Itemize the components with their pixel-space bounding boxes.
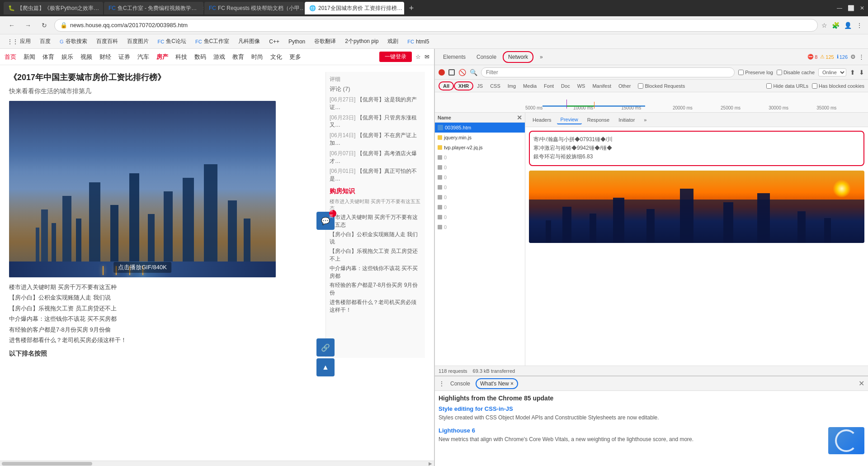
type-filter-other[interactable]: Other: [615, 82, 635, 90]
network-item-11[interactable]: 0: [435, 222, 525, 232]
forward-button[interactable]: →: [22, 19, 34, 32]
type-filter-img[interactable]: Img: [504, 82, 519, 90]
type-filter-manifest[interactable]: Manifest: [589, 82, 615, 90]
tab-4[interactable]: 🌐 2017全国城市房价 工资排行排榜… ✕: [305, 2, 404, 14]
type-filter-doc[interactable]: Doc: [557, 82, 574, 90]
url-bar[interactable]: 🔒 news.house.qq.com/a/20170702/003985.ht…: [54, 19, 818, 32]
network-item-4[interactable]: 0: [435, 152, 525, 162]
devtools-tab-more[interactable]: »: [535, 52, 547, 62]
nav-news[interactable]: 新闻: [24, 53, 35, 61]
bookmark-python[interactable]: Python: [285, 36, 309, 47]
bookmark-google[interactable]: G 谷歌搜索: [56, 36, 91, 47]
scroll-arrow[interactable]: ▶: [429, 461, 434, 466]
tab-2[interactable]: FC 鱼C工作室 - 免费编程视频教学… ✕: [104, 2, 203, 14]
profile-icon[interactable]: 👤: [844, 22, 852, 29]
has-blocked-cookies-checkbox[interactable]: [812, 83, 817, 89]
maximize-button[interactable]: ⬜: [848, 5, 854, 11]
minimize-button[interactable]: —: [837, 5, 842, 11]
bookmark-apps[interactable]: ⋮⋮ 应用: [4, 36, 34, 47]
link-float-button[interactable]: 🔗: [316, 338, 335, 357]
bookmark-fishc-bbs[interactable]: FC 鱼C论坛: [154, 36, 190, 47]
mail-icon[interactable]: ✉: [425, 53, 429, 60]
star-icon[interactable]: ☆: [821, 22, 827, 29]
settings-icon[interactable]: ⚙: [850, 53, 856, 60]
detail-tab-initiator[interactable]: Initiator: [615, 116, 638, 124]
back-button[interactable]: ←: [5, 19, 18, 32]
nav-stock[interactable]: 证券: [118, 53, 130, 61]
nav-culture[interactable]: 文化: [270, 53, 282, 61]
extensions-icon[interactable]: 🧩: [832, 22, 840, 29]
filter-icon[interactable]: 🚫: [458, 69, 466, 76]
tab-close-2[interactable]: ✕: [201, 5, 203, 11]
type-filter-css[interactable]: CSS: [486, 82, 504, 90]
reload-button[interactable]: ↻: [38, 19, 51, 32]
hide-data-url-checkbox[interactable]: [766, 83, 772, 89]
devtools-tab-elements[interactable]: Elements: [439, 52, 470, 62]
network-item-9[interactable]: 0: [435, 202, 525, 212]
tab-1[interactable]: 🐛 【爬虫篇】《极客Python之效率… ✕: [4, 2, 103, 14]
bookmark-baidu-baike[interactable]: 百度百科: [93, 36, 122, 47]
nav-more[interactable]: 更多: [289, 53, 301, 61]
console-tab-console[interactable]: Console: [447, 379, 474, 388]
network-item-7[interactable]: 0: [435, 182, 525, 192]
type-filter-all[interactable]: All: [439, 81, 454, 90]
menu-icon[interactable]: ⋮: [856, 22, 863, 29]
search-icon[interactable]: 🔍: [470, 69, 477, 76]
bookmark-fishc[interactable]: FC 鱼C工作室: [192, 36, 233, 47]
network-item-3[interactable]: tvp.player-v2.jq.js: [435, 143, 525, 152]
nav-ent[interactable]: 娱乐: [61, 53, 73, 61]
close-button[interactable]: ✕: [860, 5, 864, 11]
type-filter-ws[interactable]: WS: [574, 82, 589, 90]
type-filter-media[interactable]: Media: [519, 82, 540, 90]
bookmark-drama[interactable]: 戏剧: [384, 36, 402, 47]
close-panel-button[interactable]: ✕: [517, 114, 522, 121]
stop-button[interactable]: [448, 69, 455, 76]
detail-tab-response[interactable]: Response: [584, 116, 613, 124]
detail-tab-preview[interactable]: Preview: [557, 115, 582, 124]
network-item-2[interactable]: jquery.min.js: [435, 133, 525, 143]
throttle-select[interactable]: Online: [818, 68, 846, 76]
filter-input[interactable]: [481, 67, 735, 77]
preserve-log-checkbox[interactable]: [738, 70, 744, 75]
nav-finance[interactable]: 财经: [99, 53, 111, 61]
nav-edu[interactable]: 教育: [232, 53, 244, 61]
nav-digital[interactable]: 数码: [194, 53, 206, 61]
chat-float-button[interactable]: 💬 首页: [316, 212, 335, 230]
network-item-6[interactable]: 0: [435, 172, 525, 182]
nav-fashion[interactable]: 时尚: [251, 53, 263, 61]
nav-housing[interactable]: 房产: [156, 53, 168, 61]
network-item-5[interactable]: 0: [435, 162, 525, 172]
login-button[interactable]: 一键登录: [379, 52, 412, 62]
network-item-10[interactable]: 0: [435, 212, 525, 222]
nav-sports[interactable]: 体育: [42, 53, 54, 61]
new-tab-button[interactable]: +: [405, 2, 418, 14]
network-item-1[interactable]: 003985.htm: [435, 123, 525, 133]
devtools-tab-console[interactable]: Console: [472, 52, 501, 62]
bookmark-fanke[interactable]: 凡科图像: [235, 36, 264, 47]
console-tab-whatsnew[interactable]: What's New ×: [476, 378, 518, 389]
nav-games[interactable]: 游戏: [213, 53, 225, 61]
disable-cache-checkbox[interactable]: [777, 70, 782, 75]
console-close-button[interactable]: ✕: [859, 379, 864, 388]
devtools-more-icon[interactable]: ⋮: [859, 53, 864, 60]
nav-car[interactable]: 汽车: [137, 53, 149, 61]
top-float-button[interactable]: ▲: [316, 358, 335, 376]
bookmark-pip[interactable]: 2个python pip: [341, 36, 382, 47]
horizontal-scrollbar[interactable]: ▶: [0, 461, 434, 466]
type-filter-xhr[interactable]: XHR: [454, 81, 473, 90]
throttle-download-icon[interactable]: ⬇: [859, 69, 864, 76]
type-filter-js[interactable]: JS: [473, 82, 486, 90]
type-filter-font[interactable]: Font: [540, 82, 557, 90]
devtools-tab-network[interactable]: Network: [503, 51, 533, 63]
nav-video[interactable]: 视频: [80, 53, 92, 61]
bookmark-baidu-image[interactable]: 百度图片: [123, 36, 152, 47]
collect-icon[interactable]: ☆: [415, 53, 421, 60]
nav-tech[interactable]: 科技: [175, 53, 187, 61]
network-item-8[interactable]: 0: [435, 192, 525, 202]
devtools-menu-icon[interactable]: ⋮: [439, 380, 445, 387]
bookmark-html5[interactable]: FC html5: [404, 36, 433, 47]
bookmark-translate[interactable]: 谷歌翻译: [311, 36, 340, 47]
tab-3[interactable]: FC FC Requests 模块帮助文档（小甲… ✕: [204, 2, 304, 14]
detail-tab-headers[interactable]: Headers: [529, 116, 555, 124]
blocked-requests-checkbox[interactable]: [638, 83, 643, 89]
